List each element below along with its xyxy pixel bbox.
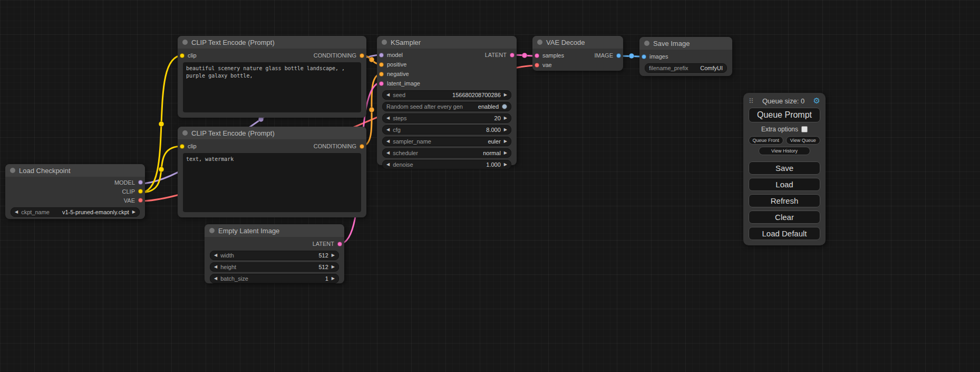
positive-prompt-input[interactable]: beautiful scenery nature glass bottle la… — [183, 62, 361, 112]
node-ksampler[interactable]: KSampler model LATENT positive negative … — [377, 36, 517, 165]
widget-value[interactable]: 512 — [318, 252, 328, 259]
drag-handle-icon[interactable]: ⠿ — [749, 97, 754, 105]
node-title-bar[interactable]: CLIP Text Encode (Prompt) — [178, 36, 366, 49]
decrement-arrow-icon[interactable]: ◀ — [386, 163, 390, 167]
ckpt-name-widget[interactable]: ◀ ckpt_name v1-5-pruned-emaonly.ckpt ▶ — [11, 207, 140, 217]
widget-label: Random seed after every gen — [386, 103, 463, 110]
collapse-dot-icon[interactable] — [209, 228, 215, 233]
collapse-dot-icon[interactable] — [182, 130, 188, 136]
seed-widget[interactable]: ◀ seed 156680208700286 ▶ — [382, 90, 511, 100]
negative-prompt-input[interactable]: text, watermark — [183, 153, 361, 212]
output-dot-latent[interactable] — [337, 242, 342, 246]
increment-arrow-icon[interactable]: ▶ — [504, 128, 507, 132]
save-button[interactable]: Save — [749, 161, 820, 175]
node-title-bar[interactable]: CLIP Text Encode (Prompt) — [178, 127, 366, 139]
decrement-arrow-icon[interactable]: ◀ — [386, 93, 390, 97]
node-save-image[interactable]: Save Image images filename_prefix ComfyU… — [639, 37, 732, 76]
scheduler-widget[interactable]: ◀ scheduler normal ▶ — [382, 148, 511, 158]
node-title: Load Checkpoint — [19, 167, 71, 175]
input-dot-images[interactable] — [642, 54, 646, 59]
collapse-dot-icon[interactable] — [182, 40, 188, 45]
steps-widget[interactable]: ◀ steps 20 ▶ — [382, 113, 511, 123]
input-dot-samples[interactable] — [535, 53, 539, 58]
decrement-arrow-icon[interactable]: ◀ — [214, 265, 217, 269]
queue-front-button[interactable]: Queue Front — [749, 136, 783, 145]
increment-arrow-icon[interactable]: ▶ — [504, 139, 507, 144]
graph-canvas[interactable]: { "nodes": { "load_checkpoint": { "title… — [0, 0, 980, 372]
input-dot-clip[interactable] — [180, 144, 185, 149]
node-title-bar[interactable]: Empty Latent Image — [205, 224, 344, 237]
decrement-arrow-icon[interactable]: ◀ — [214, 253, 217, 257]
input-dot-model[interactable] — [379, 53, 384, 58]
height-widget[interactable]: ◀ height 512 ▶ — [210, 262, 339, 272]
input-dot-positive[interactable] — [379, 62, 384, 67]
decrement-arrow-icon[interactable]: ◀ — [214, 276, 217, 281]
node-title-bar[interactable]: VAE Decode — [532, 36, 623, 49]
widget-value[interactable]: ComfyUI — [700, 65, 723, 71]
input-dot-clip[interactable] — [180, 53, 185, 58]
increment-arrow-icon[interactable]: ▶ — [504, 151, 507, 155]
decrement-arrow-icon[interactable]: ◀ — [386, 151, 390, 155]
link-midpoint — [369, 107, 374, 112]
output-dot-latent[interactable] — [510, 53, 515, 58]
collapse-dot-icon[interactable] — [382, 40, 387, 45]
cfg-widget[interactable]: ◀ cfg 8.000 ▶ — [382, 125, 511, 135]
toggle-dot[interactable] — [502, 104, 507, 109]
node-vae-decode[interactable]: VAE Decode samples IMAGE vae — [532, 36, 623, 71]
widget-value[interactable]: 1 — [325, 275, 328, 282]
widget-value[interactable]: 512 — [318, 264, 328, 270]
widget-value[interactable]: 156680208700286 — [452, 92, 501, 98]
clear-button[interactable]: Clear — [749, 211, 820, 224]
collapse-dot-icon[interactable] — [537, 40, 542, 45]
batch-size-widget[interactable]: ◀ batch_size 1 ▶ — [210, 274, 339, 283]
extra-options-checkbox[interactable] — [801, 126, 808, 132]
output-dot-clip[interactable] — [138, 189, 143, 194]
increment-arrow-icon[interactable]: ▶ — [132, 210, 135, 214]
node-title-bar[interactable]: Load Checkpoint — [5, 164, 145, 177]
widget-value[interactable]: 8.000 — [486, 127, 501, 133]
width-widget[interactable]: ◀ width 512 ▶ — [210, 251, 339, 260]
random-seed-toggle-widget[interactable]: Random seed after every gen enabled — [382, 102, 511, 111]
refresh-button[interactable]: Refresh — [749, 194, 820, 207]
decrement-arrow-icon[interactable]: ◀ — [386, 139, 390, 144]
input-dot-negative[interactable] — [379, 72, 384, 77]
collapse-dot-icon[interactable] — [644, 41, 649, 46]
node-title-bar[interactable]: Save Image — [639, 37, 732, 50]
load-button[interactable]: Load — [749, 178, 820, 191]
increment-arrow-icon[interactable]: ▶ — [504, 116, 507, 120]
settings-gear-icon[interactable]: ⚙ — [813, 96, 820, 106]
output-dot-conditioning[interactable] — [360, 144, 364, 149]
widget-value[interactable]: euler — [488, 138, 500, 145]
view-history-button[interactable]: View History — [759, 147, 810, 155]
node-clip-text-encode-negative[interactable]: CLIP Text Encode (Prompt) clip CONDITION… — [178, 127, 366, 217]
collapse-dot-icon[interactable] — [10, 168, 15, 173]
output-dot-model[interactable] — [138, 180, 143, 185]
output-dot-vae[interactable] — [138, 198, 143, 203]
widget-value[interactable]: 1.000 — [486, 161, 501, 168]
increment-arrow-icon[interactable]: ▶ — [504, 163, 507, 167]
increment-arrow-icon[interactable]: ▶ — [332, 265, 335, 269]
widget-value[interactable]: 20 — [494, 115, 501, 121]
increment-arrow-icon[interactable]: ▶ — [332, 276, 335, 281]
output-dot-image[interactable] — [616, 53, 621, 58]
filename-prefix-widget[interactable]: filename_prefix ComfyUI — [645, 63, 727, 73]
increment-arrow-icon[interactable]: ▶ — [332, 253, 335, 257]
decrement-arrow-icon[interactable]: ◀ — [15, 210, 18, 214]
denoise-widget[interactable]: ◀ denoise 1.000 ▶ — [382, 160, 511, 169]
decrement-arrow-icon[interactable]: ◀ — [386, 128, 390, 132]
increment-arrow-icon[interactable]: ▶ — [504, 93, 507, 97]
view-queue-button[interactable]: View Queue — [786, 136, 821, 145]
load-default-button[interactable]: Load Default — [749, 227, 820, 240]
node-title-bar[interactable]: KSampler — [377, 36, 517, 49]
input-dot-latent-image[interactable] — [379, 81, 384, 86]
input-dot-vae[interactable] — [535, 63, 539, 68]
sampler-name-widget[interactable]: ◀ sampler_name euler ▶ — [382, 137, 511, 146]
widget-value[interactable]: v1-5-pruned-emaonly.ckpt — [62, 209, 129, 215]
decrement-arrow-icon[interactable]: ◀ — [386, 116, 390, 120]
node-clip-text-encode-positive[interactable]: CLIP Text Encode (Prompt) clip CONDITION… — [178, 36, 366, 118]
widget-value[interactable]: normal — [483, 150, 501, 156]
queue-prompt-button[interactable]: Queue Prompt — [749, 108, 820, 122]
output-dot-conditioning[interactable] — [360, 53, 364, 58]
node-empty-latent-image[interactable]: Empty Latent Image LATENT ◀ width 512 ▶ … — [205, 224, 344, 283]
node-load-checkpoint[interactable]: Load Checkpoint MODEL CLIP VAE ◀ ckpt_na… — [5, 164, 145, 219]
